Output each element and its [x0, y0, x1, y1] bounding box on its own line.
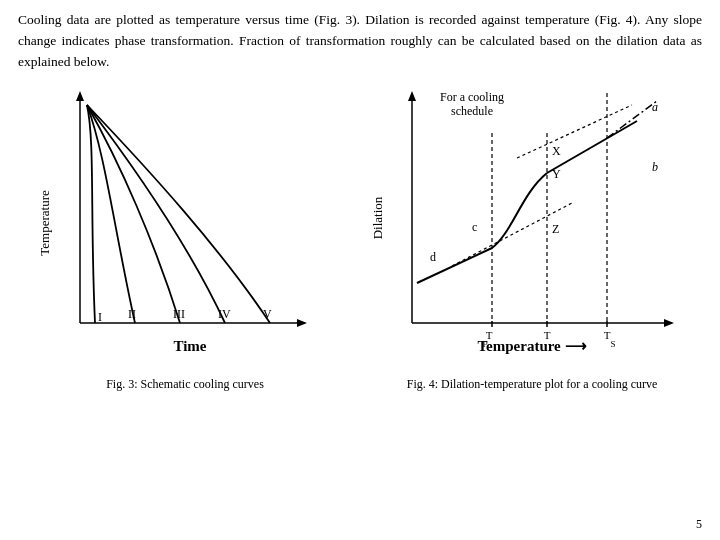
intro-text: Cooling data are plotted as temperature …: [18, 10, 702, 73]
fig3-svg: Temperature I II III: [35, 83, 335, 373]
point-c: c: [472, 220, 477, 234]
curve-I-label: I: [98, 310, 102, 324]
fig3-caption: Fig. 3: Schematic cooling curves: [106, 377, 264, 392]
fig4-x-label: Temperature ⟶: [477, 338, 586, 354]
svg-marker-2: [76, 91, 84, 101]
intro-paragraph: Cooling data are plotted as temperature …: [18, 12, 702, 69]
fig3-y-label: Temperature: [37, 190, 52, 256]
point-Z: Z: [552, 222, 559, 236]
curve-III-label: III: [173, 307, 185, 321]
tick-tf-sub: F: [482, 339, 487, 349]
tick-ts-sub: S: [610, 339, 615, 349]
curve-II-label: II: [128, 307, 136, 321]
svg-line-15: [607, 101, 657, 138]
fig3-x-label: Time: [173, 338, 206, 354]
point-b: b: [652, 160, 658, 174]
fig4-svg: For a cooling schedule Dilation Temperat…: [362, 83, 702, 373]
point-d: d: [430, 250, 436, 264]
fig4-caption: Fig. 4: Dilation-temperature plot for a …: [407, 377, 658, 392]
svg-marker-3: [297, 319, 307, 327]
tick-t: T: [544, 329, 551, 341]
fig3-container: Temperature I II III: [18, 83, 352, 392]
svg-marker-6: [408, 91, 416, 101]
fig4-container: For a cooling schedule Dilation Temperat…: [362, 83, 702, 392]
point-X: X: [552, 144, 561, 158]
fig4-subtitle-line1: For a cooling: [440, 90, 504, 104]
curve-V-label: V: [263, 307, 272, 321]
svg-line-13: [517, 105, 632, 158]
figures-row: Temperature I II III: [18, 83, 702, 532]
svg-line-11: [417, 248, 492, 283]
page-number: 5: [696, 517, 702, 532]
point-a: a: [652, 100, 658, 114]
svg-marker-7: [664, 319, 674, 327]
curve-IV-label: IV: [218, 307, 231, 321]
point-Y: Y: [552, 167, 561, 181]
page: Cooling data are plotted as temperature …: [0, 0, 720, 540]
fig4-y-label: Dilation: [370, 196, 385, 239]
fig4-subtitle-line2: schedule: [451, 104, 493, 118]
